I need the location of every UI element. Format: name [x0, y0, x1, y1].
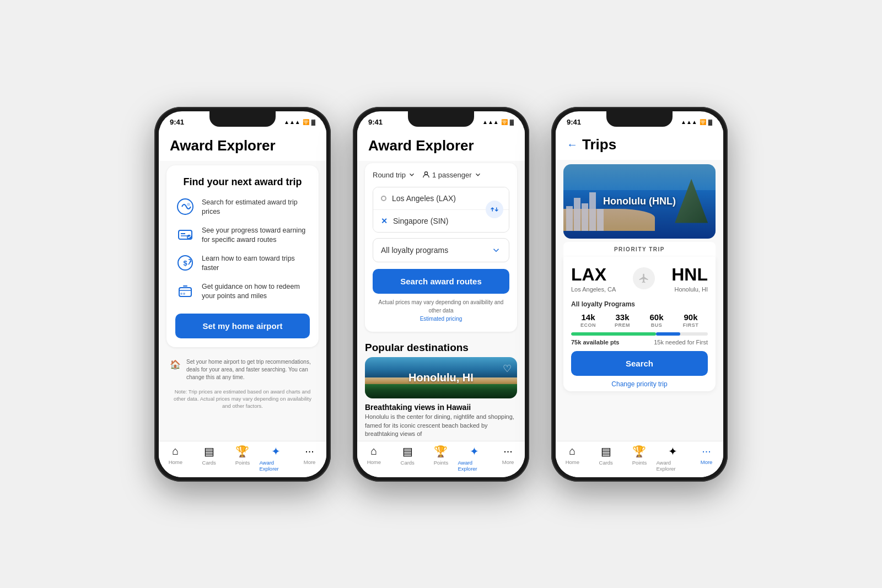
note-text: Set your home airport to get trip recomm… — [186, 358, 315, 381]
heart-icon[interactable]: ♡ — [503, 363, 512, 375]
dest-city: Honolulu, HI — [671, 286, 708, 293]
tab-home-3[interactable]: ⌂ Home — [556, 445, 589, 472]
tab-home-2[interactable]: ⌂ Home — [357, 445, 391, 472]
tab-home-1[interactable]: ⌂ Home — [159, 445, 192, 472]
feature-text-0: Search for estimated award trip prices — [202, 197, 310, 217]
tab-more-1[interactable]: ··· More — [293, 445, 326, 472]
estimated-pricing-link[interactable]: Estimated pricing — [420, 316, 462, 322]
svg-rect-6 — [179, 288, 191, 296]
tab-label-home-3: Home — [566, 459, 579, 465]
p3-dest: HNL Honolulu, HI — [671, 265, 708, 293]
round-trip-label: Round trip — [373, 171, 406, 179]
p2-dest-card-sub: Honolulu is the center for dining, night… — [365, 413, 517, 438]
status-icons-3: ▲▲▲ 🛜 ▓ — [681, 119, 712, 125]
explorer-icon-3: ✦ — [668, 445, 677, 458]
cards-icon-1: ▤ — [204, 445, 214, 458]
back-button[interactable]: ← — [567, 138, 578, 151]
tab-points-1[interactable]: 🏆 Points — [226, 445, 260, 472]
tab-label-cards-2: Cards — [401, 460, 415, 466]
p2-honolulu-card[interactable]: Honolulu, HI ♡ — [365, 357, 517, 399]
more-icon-3: ··· — [702, 445, 711, 457]
home-icon-1: ⌂ — [172, 445, 179, 457]
p2-origin-label: Los Angeles (LAX) — [392, 194, 456, 203]
tab-explorer-1[interactable]: ✦ Award Explorer — [259, 445, 293, 472]
p3-price-first: 90k FIRST — [674, 312, 708, 328]
wifi-icon-2: 🛜 — [501, 119, 508, 125]
p3-pts-row: 75k available pts 15k needed for First — [571, 339, 708, 346]
tab-points-2[interactable]: 🏆 Points — [424, 445, 458, 472]
battery-icon-1: ▓ — [311, 119, 315, 125]
time-1: 9:41 — [170, 118, 184, 126]
bus-label: BUS — [639, 322, 674, 328]
loyalty-chevron — [491, 245, 501, 255]
swap-icon — [490, 204, 499, 214]
svg-point-7 — [180, 293, 182, 295]
p1-header: Award Explorer — [159, 128, 326, 161]
honolulu-name: Honolulu, HI — [408, 371, 474, 384]
p3-loyalty-title: All loyalty Programs — [571, 300, 708, 308]
note-icon: 🏠 — [170, 359, 181, 370]
notch-1 — [209, 111, 276, 127]
tab-more-2[interactable]: ··· More — [491, 445, 525, 472]
svg-point-1 — [187, 203, 190, 206]
tab-cards-1[interactable]: ▤ Cards — [192, 445, 226, 472]
origin-city: Los Angeles, CA — [571, 286, 616, 293]
pts-available: 75k available pts — [571, 339, 619, 346]
plane-circle — [633, 267, 655, 289]
set-home-airport-button[interactable]: Set my home airport — [175, 314, 310, 338]
search-award-routes-button[interactable]: Search award routes — [373, 269, 509, 294]
prem-label: PREM — [605, 322, 639, 328]
more-icon-1: ··· — [305, 445, 314, 457]
round-trip-selector[interactable]: Round trip — [373, 171, 416, 179]
progress-blue — [656, 332, 681, 336]
p2-trip-selector: Round trip 1 passenger — [373, 171, 509, 179]
p3-search-button[interactable]: Search — [571, 351, 708, 376]
p2-loyalty-label: All loyalty programs — [381, 246, 448, 255]
tab-points-3[interactable]: 🏆 Points — [623, 445, 657, 472]
tab-explorer-2[interactable]: ✦ Award Explorer — [458, 445, 491, 472]
svg-point-8 — [183, 293, 185, 295]
tab-label-more-3: More — [701, 459, 713, 465]
p3-route-card: LAX Los Angeles, CA HNL Honolulu, HI — [563, 257, 716, 391]
tab-cards-2[interactable]: ▤ Cards — [391, 445, 424, 472]
cards-icon-2: ▤ — [402, 445, 413, 458]
passenger-label: 1 passenger — [432, 171, 472, 179]
tab-label-points-1: Points — [235, 460, 250, 466]
p3-change-priority-link[interactable]: Change priority trip — [571, 380, 708, 388]
passenger-chevron — [474, 171, 482, 179]
p3-header: ← Trips — [556, 128, 723, 160]
swap-airports-button[interactable] — [486, 201, 503, 218]
p3-prices-row: 14k ECON 33k PREM 60k BUS — [571, 312, 708, 328]
screen-2: Award Explorer Round trip 1 passenger — [357, 128, 525, 477]
p1-feature-2: $ Learn how to earn toward trips faster — [175, 253, 310, 273]
points-icon-2: 🏆 — [434, 445, 448, 458]
home-icon-3: ⌂ — [569, 445, 576, 457]
p2-loyalty-selector[interactable]: All loyalty programs — [373, 238, 509, 262]
tab-explorer-3[interactable]: ✦ Award Explorer — [656, 445, 690, 472]
explorer-icon-1: ✦ — [271, 445, 281, 458]
p1-feature-0: Search for estimated award trip prices — [175, 197, 310, 217]
time-3: 9:41 — [567, 118, 581, 126]
p3-progress-bar — [571, 332, 708, 336]
passenger-selector[interactable]: 1 passenger — [422, 171, 482, 179]
svg-text:$: $ — [183, 259, 187, 267]
p1-feature-3: Get guidance on how to redeem your point… — [175, 281, 310, 301]
signal-icon-1: ▲▲▲ — [284, 119, 300, 125]
more-icon-2: ··· — [503, 445, 513, 457]
tab-cards-3[interactable]: ▤ Cards — [589, 445, 623, 472]
p1-card: Find your next award trip Search for est… — [166, 165, 319, 347]
tab-label-points-3: Points — [632, 460, 647, 466]
tab-label-cards-3: Cards — [599, 460, 613, 466]
phones-container: 9:41 ▲▲▲ 🛜 ▓ Award Explorer Find your ne… — [154, 107, 728, 482]
tab-more-3[interactable]: ··· More — [690, 445, 723, 472]
p3-route-row: LAX Los Angeles, CA HNL Honolulu, HI — [571, 265, 708, 293]
p3-price-bus: 60k BUS — [639, 312, 674, 328]
phone-1: 9:41 ▲▲▲ 🛜 ▓ Award Explorer Find your ne… — [154, 107, 331, 482]
phone-3: 9:41 ▲▲▲ 🛜 ▓ ← Trips — [551, 107, 728, 482]
pricing-note-text: Actual prices may vary depending on avai… — [379, 299, 504, 314]
tab-label-explorer-3: Award Explorer — [656, 460, 690, 472]
econ-label: ECON — [571, 322, 605, 328]
tab-label-points-2: Points — [434, 460, 448, 466]
p3-dest-label: Honolulu (HNL) — [603, 196, 676, 207]
battery-icon-2: ▓ — [510, 119, 514, 125]
